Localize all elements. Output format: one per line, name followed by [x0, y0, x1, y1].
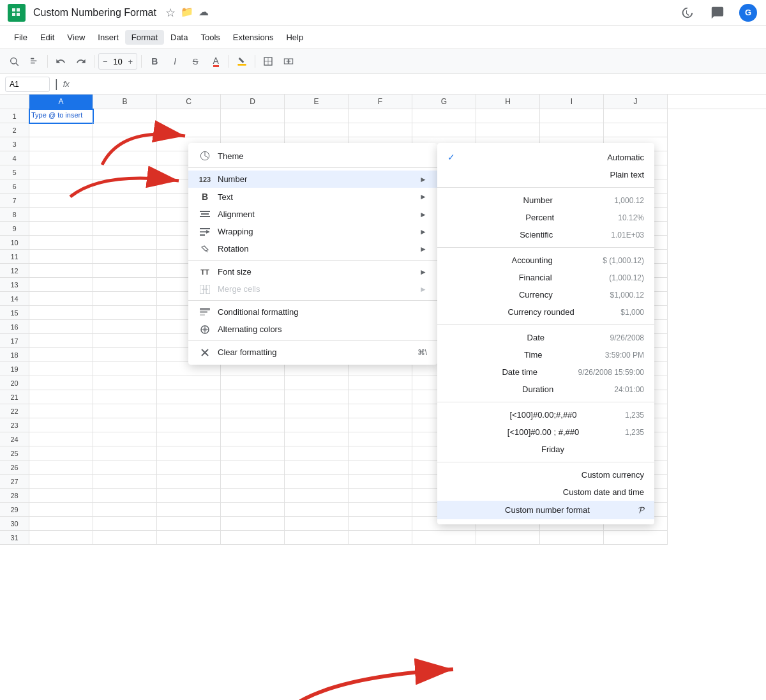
menu-alignment[interactable]: Alignment ► — [188, 206, 437, 223]
cell-D26[interactable] — [221, 460, 285, 475]
row-num-23[interactable]: 23 — [0, 418, 29, 432]
row-num-10[interactable]: 10 — [0, 236, 29, 250]
paint-format-button[interactable] — [26, 52, 43, 70]
cell-F24[interactable] — [349, 432, 412, 446]
cell-D20[interactable] — [221, 376, 285, 390]
cell-F1[interactable] — [349, 109, 412, 123]
cell-I1[interactable] — [540, 109, 604, 123]
cell-C20[interactable] — [157, 376, 221, 390]
cloud-icon[interactable]: ☁ — [199, 6, 209, 20]
cell-B21[interactable] — [93, 390, 157, 404]
row-num-17[interactable]: 17 — [0, 334, 29, 348]
cell-A4[interactable] — [29, 151, 93, 165]
cell-A8[interactable] — [29, 208, 93, 222]
submenu-currency-rounded[interactable]: Currency rounded $1,000 — [437, 303, 654, 321]
submenu-automatic[interactable]: ✓ Automatic — [437, 148, 654, 166]
cell-A18[interactable] — [29, 348, 93, 362]
merge-button[interactable] — [280, 52, 297, 70]
cell-A2[interactable] — [29, 123, 93, 137]
cell-B7[interactable] — [93, 194, 157, 208]
cell-C26[interactable] — [157, 460, 221, 475]
row-num-8[interactable]: 8 — [0, 208, 29, 222]
row-num-13[interactable]: 13 — [0, 278, 29, 292]
cell-ref-box[interactable]: A1 — [5, 77, 50, 92]
submenu-plain-text[interactable]: Plain text — [437, 166, 654, 183]
col-header-F[interactable]: F — [349, 95, 412, 109]
cell-B4[interactable] — [93, 151, 157, 165]
row-num-31[interactable]: 31 — [0, 531, 29, 545]
col-header-E[interactable]: E — [285, 95, 349, 109]
cell-F25[interactable] — [349, 446, 412, 460]
redo-button[interactable] — [72, 52, 90, 70]
submenu-custom-currency[interactable]: Custom currency — [437, 466, 654, 483]
cell-C2[interactable] — [157, 123, 221, 137]
cell-C31[interactable] — [157, 531, 221, 545]
cell-B5[interactable] — [93, 165, 157, 179]
underline-button[interactable]: A — [207, 52, 225, 70]
cell-E22[interactable] — [285, 404, 349, 418]
cell-C23[interactable] — [157, 418, 221, 432]
cell-B10[interactable] — [93, 236, 157, 250]
cell-F23[interactable] — [349, 418, 412, 432]
cell-B3[interactable] — [93, 137, 157, 151]
history-icon[interactable] — [677, 3, 697, 23]
cell-B13[interactable] — [93, 278, 157, 292]
cell-I2[interactable] — [540, 123, 604, 137]
menu-conditional-formatting[interactable]: Conditional formatting — [188, 303, 437, 321]
cell-A3[interactable] — [29, 137, 93, 151]
menu-rotation[interactable]: Rotation ► — [188, 240, 437, 257]
cell-A28[interactable] — [29, 489, 93, 503]
cell-C30[interactable] — [157, 517, 221, 531]
cell-H1[interactable] — [476, 109, 540, 123]
row-num-26[interactable]: 26 — [0, 460, 29, 475]
cell-F22[interactable] — [349, 404, 412, 418]
submenu-number[interactable]: Number 1,000.12 — [437, 192, 654, 209]
cell-H2[interactable] — [476, 123, 540, 137]
menu-theme[interactable]: Theme — [188, 147, 437, 165]
cell-A22[interactable] — [29, 404, 93, 418]
bold-button[interactable]: B — [146, 52, 163, 70]
cell-D1[interactable] — [221, 109, 285, 123]
cell-E20[interactable] — [285, 376, 349, 390]
undo-button[interactable] — [52, 52, 70, 70]
col-header-C[interactable]: C — [157, 95, 221, 109]
menu-merge-cells[interactable]: Merge cells ► — [188, 280, 437, 298]
cell-A19[interactable] — [29, 362, 93, 376]
cell-B29[interactable] — [93, 503, 157, 517]
cell-D30[interactable] — [221, 517, 285, 531]
cell-C28[interactable] — [157, 489, 221, 503]
menu-wrapping[interactable]: Wrapping ► — [188, 223, 437, 240]
fill-color-button[interactable] — [233, 52, 251, 70]
row-num-20[interactable]: 20 — [0, 376, 29, 390]
cell-F27[interactable] — [349, 475, 412, 489]
cell-B16[interactable] — [93, 320, 157, 334]
cell-A13[interactable] — [29, 278, 93, 292]
cell-D29[interactable] — [221, 503, 285, 517]
submenu-friday[interactable]: Friday — [437, 441, 654, 458]
row-num-5[interactable]: 5 — [0, 165, 29, 179]
cell-B31[interactable] — [93, 531, 157, 545]
cell-F29[interactable] — [349, 503, 412, 517]
cell-A11[interactable] — [29, 250, 93, 264]
cell-B23[interactable] — [93, 418, 157, 432]
cell-A16[interactable] — [29, 320, 93, 334]
cell-C21[interactable] — [157, 390, 221, 404]
cell-A21[interactable] — [29, 390, 93, 404]
row-num-25[interactable]: 25 — [0, 446, 29, 460]
cell-D28[interactable] — [221, 489, 285, 503]
cell-D22[interactable] — [221, 404, 285, 418]
cell-B15[interactable] — [93, 306, 157, 320]
cell-A26[interactable] — [29, 460, 93, 475]
cell-F28[interactable] — [349, 489, 412, 503]
folder-icon[interactable]: 📁 — [181, 6, 193, 20]
cell-E1[interactable] — [285, 109, 349, 123]
cell-A15[interactable] — [29, 306, 93, 320]
col-header-G[interactable]: G — [412, 95, 476, 109]
cell-F31[interactable] — [349, 531, 412, 545]
cell-E21[interactable] — [285, 390, 349, 404]
menu-number[interactable]: 123 Number ► — [188, 171, 437, 188]
col-header-D[interactable]: D — [221, 95, 285, 109]
cell-G31[interactable] — [412, 531, 476, 545]
row-num-19[interactable]: 19 — [0, 362, 29, 376]
cell-F21[interactable] — [349, 390, 412, 404]
